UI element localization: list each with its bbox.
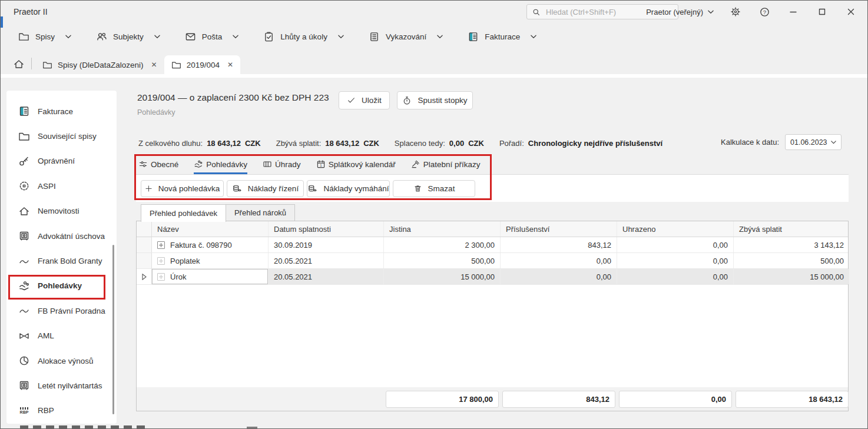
sidebar-item-frank-bold-granty[interactable]: Frank Bold Granty <box>6 248 117 273</box>
save-button[interactable]: Uložit <box>339 91 390 109</box>
tab-pohledavky[interactable]: Pohledávky <box>194 159 247 170</box>
maximize-button[interactable] <box>815 5 829 19</box>
sidebar-item-fb-pravni-poradna[interactable]: FB Právní Poradna <box>6 298 117 323</box>
total-prislusenstvi: 843,12 <box>502 391 615 408</box>
header-gutter <box>137 221 152 237</box>
nav-subjekty[interactable]: Subjekty <box>96 31 160 42</box>
col-header-uhrazeno[interactable]: Uhrazeno <box>617 221 734 237</box>
clipboard-check-icon <box>263 31 274 42</box>
minimize-button[interactable] <box>786 5 800 19</box>
nav-fakturace[interactable]: Fakturace <box>468 31 536 42</box>
chevron-down-icon <box>531 35 536 39</box>
nav-vykazovani[interactable]: Vykazování <box>369 31 443 42</box>
sidebar-item-opravneni[interactable]: Oprávnění <box>6 149 117 174</box>
hand-coins-icon <box>18 280 30 292</box>
close-button[interactable] <box>844 5 858 19</box>
tab-platebni-prikazy[interactable]: Platební příkazy <box>411 159 481 170</box>
gavel-icon <box>411 159 420 169</box>
settings-gear-icon[interactable] <box>728 5 743 19</box>
account-name: Praetor (veřejný) <box>646 8 703 16</box>
costs-recovery-button[interactable]: Náklady vymáhání <box>307 180 390 197</box>
calc-date-select[interactable]: 01.06.2023 <box>785 134 842 150</box>
report-list-icon <box>369 31 380 42</box>
trash-icon <box>413 184 422 193</box>
new-receivable-button[interactable]: Nová pohledávka <box>141 180 224 197</box>
expand-icon[interactable] <box>157 257 165 265</box>
home-icon[interactable] <box>8 55 30 74</box>
tabstrip-separator <box>31 58 32 69</box>
nav-lhuty-a-ukoly[interactable]: Lhůty a úkoly <box>263 31 344 42</box>
chevron-down-icon <box>65 35 71 39</box>
total-zbyva-splatit: 18 643,12 <box>736 391 849 408</box>
row-focus-arrow-icon <box>142 274 147 280</box>
table-row[interactable]: Poplatek 20.05.2021 500,00 0,00 0,00 500… <box>137 253 848 269</box>
receivables-table: Název Datum splatnosti Jistina Příslušen… <box>136 221 849 388</box>
people-icon <box>96 31 107 42</box>
close-tab-icon[interactable]: ✕ <box>151 61 157 69</box>
sidebar-scrollbar[interactable] <box>112 245 114 414</box>
delete-button[interactable]: Smazat <box>393 180 475 197</box>
sidebar-item-aspi[interactable]: ASPI <box>6 174 117 198</box>
total-uhrazeno: 0,00 <box>619 391 732 408</box>
table-totals-footer: 17 800,00 843,12 0,00 18 643,12 <box>136 387 849 411</box>
table-row[interactable]: Faktura č. 098790 30.09.2019 2 300,00 84… <box>137 237 848 253</box>
title-bar: Praetor II Praetor (veřejný) ? <box>1 1 867 23</box>
doc-tab-spisy[interactable]: Spisy (DleDataZalozeni) ✕ <box>35 55 164 74</box>
table-header-row: Název Datum splatnosti Jistina Příslušen… <box>137 221 848 237</box>
sliders-icon <box>138 159 148 169</box>
sidebar-item-rbp[interactable]: RBP RBP <box>6 398 117 423</box>
key-icon <box>18 155 30 167</box>
start-stopwatch-button[interactable]: Spustit stopky <box>397 91 473 109</box>
col-header-prislusenstvi[interactable]: Příslušenství <box>501 221 617 237</box>
chevron-down-icon <box>708 10 714 14</box>
aml-icon <box>18 330 30 342</box>
col-header-jistina[interactable]: Jistina <box>384 221 501 237</box>
page-title: 2019/004 — o zaplacení 2300 Kč bez DPH 2… <box>137 92 329 103</box>
sidebar-item-advokatni-uschova[interactable]: Advokátní úschova <box>6 224 117 248</box>
handshake-icon <box>18 255 30 267</box>
sidebar-item-letet-nyilvantartas[interactable]: Letét nyilvántartás <box>6 373 117 398</box>
summary-order: Pořadí:Chronologicky nejdříve příslušens… <box>499 139 662 148</box>
payment-card-icon <box>263 159 272 169</box>
chevron-down-icon <box>154 35 160 39</box>
tab-uhrady[interactable]: Úhrady <box>263 159 301 170</box>
table-row-selected[interactable]: Úrok 20.05.2021 15 000,00 0,00 0,00 15 0… <box>137 269 848 285</box>
subtab-prehled-naroku[interactable]: Přehled nároků <box>226 204 295 221</box>
expand-icon[interactable] <box>157 241 165 249</box>
expand-icon[interactable] <box>157 273 165 281</box>
col-header-nazev[interactable]: Název <box>152 221 269 237</box>
doc-tab-2019-004[interactable]: 2019/004 ✕ <box>164 55 240 74</box>
col-header-zbyva-splatit[interactable]: Zbývá splatit <box>734 221 849 237</box>
calc-date-label: Kalkulace k datu: <box>721 138 779 147</box>
row-gutter <box>137 253 152 268</box>
col-header-datum-splatnosti[interactable]: Datum splatnosti <box>269 221 384 237</box>
sidebar-item-pohledavky[interactable]: Pohledávky <box>6 274 117 298</box>
sidebar-item-aml[interactable]: AML <box>6 324 117 348</box>
close-tab-icon[interactable]: ✕ <box>227 61 233 69</box>
help-icon[interactable]: ? <box>757 5 771 19</box>
calculation-date: Kalkulace k datu: 01.06.2023 <box>721 134 842 150</box>
subtab-prehled-pohledavek[interactable]: Přehled pohledávek <box>141 204 226 222</box>
section-tabs: Obecné Pohledávky Úhrady 1 Splátkový kal… <box>138 155 481 174</box>
invoice-icon <box>468 31 479 42</box>
tab-splatkovy-kalendar[interactable]: 1 Splátkový kalendář <box>316 159 396 170</box>
envelope-icon <box>185 31 196 42</box>
tab-obecne[interactable]: Obecné <box>138 159 178 170</box>
coins-icon <box>307 184 317 194</box>
sidebar-item-alokace-vynosu[interactable]: Alokace výnosů <box>6 348 117 373</box>
sidebar-item-souvisejici-spisy[interactable]: Související spisy <box>6 124 117 148</box>
page-subtitle: Pohledávky <box>137 108 175 117</box>
pie-chart-icon <box>18 355 30 367</box>
summary-paid: Splaceno tedy:0,00CZK <box>395 139 484 148</box>
summary-remaining: Zbývá splatit:18 643,12CZK <box>276 139 379 148</box>
costs-proceedings-button[interactable]: Náklady řízení <box>227 180 304 197</box>
nav-spisy[interactable]: Spisy <box>18 31 71 42</box>
hand-coins-icon <box>194 159 203 169</box>
document-tabstrip: Spisy (DleDataZalozeni) ✕ 2019/004 ✕ <box>1 51 867 74</box>
check-icon <box>347 96 356 105</box>
sidebar-item-fakturace[interactable]: Fakturace <box>6 99 117 124</box>
sidebar-item-nemovitosti[interactable]: Nemovitosti <box>6 199 117 224</box>
folder-icon <box>171 60 181 70</box>
nav-posta[interactable]: Pošta <box>185 31 239 42</box>
account-menu[interactable]: Praetor (veřejný) <box>646 8 714 16</box>
